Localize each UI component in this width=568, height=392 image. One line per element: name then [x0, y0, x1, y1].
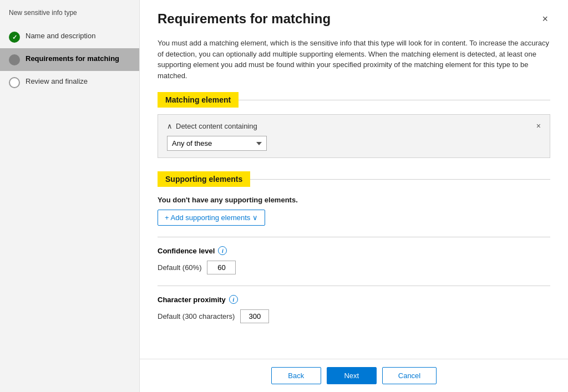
step-icon-active	[9, 54, 20, 65]
confidence-section: Confidence level i Default (60%)	[158, 237, 550, 274]
detect-close-button[interactable]: ×	[536, 121, 541, 130]
proximity-section: Character proximity i Default (300 chara…	[158, 286, 550, 323]
chevron-up-icon: ∧	[167, 122, 173, 130]
sidebar-item-label-review: Review and finalize	[26, 77, 88, 86]
matching-section-line	[239, 100, 550, 100]
no-supporting-text: You don't have any supporting elements.	[158, 196, 550, 204]
close-button[interactable]: ×	[540, 12, 550, 26]
confidence-header: Confidence level i	[158, 246, 550, 255]
proximity-label: Character proximity	[158, 296, 226, 304]
matching-header-row: Matching element	[158, 92, 550, 108]
confidence-row: Default (60%)	[158, 261, 550, 274]
step-icon-completed: ✓	[9, 32, 20, 43]
sidebar-title: New sensitive info type	[0, 9, 139, 26]
dialog-title: Requirements for matching	[158, 11, 331, 27]
detect-content-label: Detect content containing	[176, 122, 257, 130]
confidence-default-label: Default (60%)	[158, 263, 201, 272]
next-button[interactable]: Next	[327, 367, 377, 384]
detect-header: ∧ Detect content containing ×	[167, 121, 541, 130]
matching-element-header: Matching element	[158, 92, 239, 108]
sidebar-item-requirements-matching[interactable]: Requirements for matching	[0, 48, 139, 71]
main-content: Requirements for matching × You must add…	[140, 0, 568, 392]
any-of-these-select[interactable]: Any of these All of these None of these	[167, 136, 267, 151]
dialog-body: You must add a matching element, which i…	[140, 31, 568, 359]
confidence-value-input[interactable]	[207, 261, 236, 274]
supporting-elements-section: Supporting elements You don't have any s…	[158, 171, 550, 226]
dialog-header: Requirements for matching ×	[140, 0, 568, 31]
sidebar-item-name-description[interactable]: ✓ Name and description	[0, 26, 139, 48]
intro-text: You must add a matching element, which i…	[158, 38, 550, 81]
checkmark-icon: ✓	[12, 34, 17, 41]
cancel-button[interactable]: Cancel	[382, 367, 437, 384]
matching-element-section: Matching element ∧ Detect content contai…	[158, 92, 550, 158]
add-supporting-elements-button[interactable]: + Add supporting elements ∨	[158, 210, 265, 226]
detect-box: ∧ Detect content containing × Any of the…	[158, 114, 550, 158]
proximity-header: Character proximity i	[158, 295, 550, 304]
sidebar-item-label-name-description: Name and description	[26, 31, 95, 41]
back-button[interactable]: Back	[271, 367, 321, 384]
dialog-footer: Back Next Cancel	[140, 359, 568, 392]
sidebar-item-label-requirements: Requirements for matching	[26, 54, 119, 64]
confidence-info-icon: i	[218, 246, 227, 255]
supporting-section-line	[250, 179, 550, 180]
supporting-header-row: Supporting elements	[158, 171, 550, 187]
sidebar: New sensitive info type ✓ Name and descr…	[0, 0, 140, 392]
proximity-row: Default (300 characters)	[158, 309, 550, 323]
proximity-default-label: Default (300 characters)	[158, 312, 235, 320]
step-icon-default	[9, 77, 20, 88]
confidence-label: Confidence level	[158, 247, 215, 255]
dialog: New sensitive info type ✓ Name and descr…	[0, 0, 568, 392]
supporting-elements-header: Supporting elements	[158, 171, 250, 187]
sidebar-item-review-finalize[interactable]: Review and finalize	[0, 71, 139, 94]
proximity-value-input[interactable]	[240, 309, 269, 323]
proximity-info-icon: i	[229, 295, 238, 304]
detect-label: ∧ Detect content containing	[167, 122, 257, 130]
dialog-inner: New sensitive info type ✓ Name and descr…	[0, 0, 568, 392]
